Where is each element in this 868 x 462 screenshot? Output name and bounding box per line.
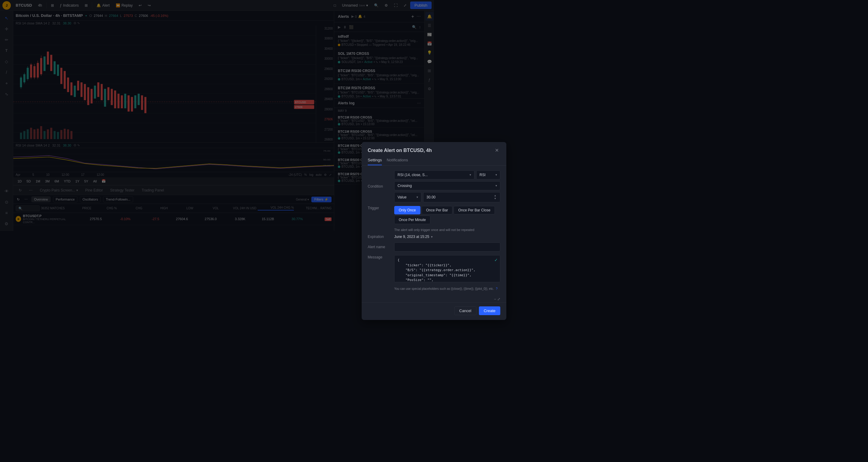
- trigger-hint: The alert will only trigger once and wil…: [368, 228, 434, 231]
- modal-overlay[interactable]: Create Alert on BTCUSD, 4h ✕ Settings No…: [0, 0, 434, 231]
- modal-tab-settings[interactable]: Settings: [368, 158, 382, 165]
- trigger-row: Trigger Only Once Once Per Bar Once Per …: [368, 206, 434, 224]
- condition-top: RSI (14, close, S... ▾ RSI ▾: [394, 170, 434, 179]
- trigger-only-once[interactable]: Only Once: [394, 206, 421, 214]
- condition-row: Condition RSI (14, close, S... ▾ RSI ▾: [368, 170, 434, 202]
- modal-tab-notifications[interactable]: Notifications: [387, 158, 408, 165]
- condition-value-type-select[interactable]: Value ▾: [394, 192, 421, 202]
- condition-label: Condition: [368, 184, 392, 189]
- condition-number-value: 30.00: [427, 195, 434, 199]
- modal-tabs: Settings Notifications: [362, 154, 434, 166]
- condition-value-type-arrow: ▾: [416, 195, 418, 199]
- modal-title: Create Alert on BTCUSD, 4h: [368, 148, 432, 153]
- modal-body: Condition RSI (14, close, S... ▾ RSI ▾: [362, 166, 434, 231]
- trigger-once-per-bar[interactable]: Once Per Bar: [422, 206, 434, 214]
- condition-controls: RSI (14, close, S... ▾ RSI ▾ Crossing ▾: [394, 170, 434, 202]
- condition-direction-select[interactable]: Crossing ▾: [394, 181, 434, 190]
- trigger-label: Trigger: [368, 206, 392, 210]
- modal-header: Create Alert on BTCUSD, 4h ✕: [362, 142, 434, 154]
- condition-indicator-select[interactable]: RSI (14, close, S... ▾: [394, 170, 434, 179]
- condition-value-input[interactable]: 30.00 ▲ ▼: [423, 192, 434, 202]
- condition-bottom: Value ▾ 30.00 ▲ ▼: [394, 192, 434, 202]
- create-alert-modal: Create Alert on BTCUSD, 4h ✕ Settings No…: [362, 142, 434, 231]
- condition-indicator-value: RSI (14, close, S...: [398, 173, 428, 177]
- condition-middle: Crossing ▾: [394, 181, 434, 190]
- trigger-once-per-minute[interactable]: Once Per Minute: [394, 215, 430, 224]
- condition-value-type-value: Value: [398, 195, 407, 199]
- condition-direction-value: Crossing: [398, 184, 412, 188]
- trigger-buttons: Only Once Once Per Bar Once Per Bar Clos…: [394, 206, 434, 224]
